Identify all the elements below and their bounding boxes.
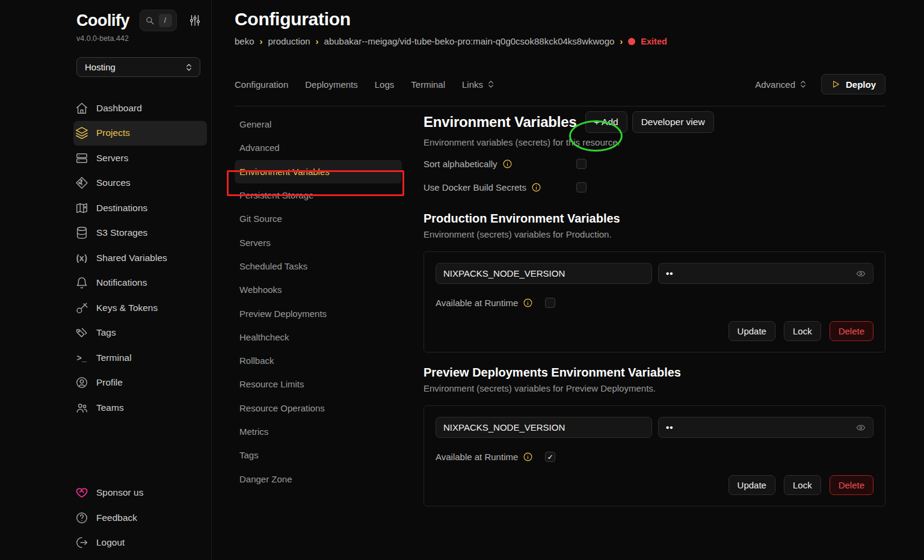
settings-sliders-button[interactable] <box>188 14 202 27</box>
sidebar-item-dashboard[interactable]: Dashboard <box>73 96 207 121</box>
sidebar-item-logout[interactable]: Logout <box>73 531 207 556</box>
masked-value: •• <box>666 268 674 278</box>
search-button[interactable]: / <box>140 10 177 31</box>
terminal-icon: >_ <box>75 353 88 363</box>
tags-icon <box>75 326 88 339</box>
sidebar-item-destinations[interactable]: Destinations <box>73 195 207 221</box>
sidebar: Coolify / v4.0.0-beta.442 Hosting Dashbo… <box>0 0 212 560</box>
available-at-runtime-row: Available at Runtime ✓ <box>436 452 873 462</box>
sidebar-item-feedback[interactable]: Feedback <box>73 505 207 531</box>
chevron-right-icon: › <box>260 36 263 46</box>
resource-tabs: Configuration Deployments Logs Terminal … <box>235 74 886 94</box>
delete-button[interactable]: Delete <box>830 475 873 495</box>
tab-terminal[interactable]: Terminal <box>411 79 445 90</box>
play-icon <box>831 79 840 89</box>
tab-logs[interactable]: Logs <box>375 79 395 90</box>
sidebar-item-s3-storages[interactable]: S3 Storages <box>73 221 207 246</box>
developer-view-button[interactable]: Developer view <box>632 111 714 133</box>
add-variable-button[interactable]: + Add <box>585 111 627 133</box>
subnav-rollback[interactable]: Rollback <box>235 349 402 372</box>
lock-button[interactable]: Lock <box>784 475 821 495</box>
preview-section-title: Preview Deployments Environment Variable… <box>424 366 886 380</box>
main-content: Configuration beko › production › abubak… <box>212 0 924 560</box>
info-icon[interactable] <box>523 298 533 308</box>
breadcrumb: beko › production › abubakar--meigag/vid… <box>235 36 886 46</box>
info-icon[interactable] <box>502 159 513 169</box>
sidebar-nav: Dashboard Projects Servers Sources Desti… <box>76 96 202 420</box>
docker-build-secrets-checkbox[interactable] <box>576 182 587 192</box>
chevrons-up-down-icon <box>486 79 496 89</box>
help-circle-icon <box>75 511 88 525</box>
subnav-general[interactable]: General <box>235 112 402 136</box>
available-at-runtime-checkbox[interactable]: ✓ <box>545 452 555 462</box>
sort-alphabetically-row: Sort alphabetically <box>424 156 886 171</box>
breadcrumb-environment[interactable]: production <box>268 36 310 46</box>
subnav-tags[interactable]: Tags <box>235 443 402 467</box>
masked-value: •• <box>666 422 674 432</box>
users-icon <box>75 401 88 414</box>
environment-variables-panel: Environment Variables + Add Developer vi… <box>424 106 886 506</box>
subnav-healthcheck[interactable]: Healthcheck <box>235 325 402 349</box>
eye-icon <box>856 269 866 278</box>
subnav-metrics[interactable]: Metrics <box>235 420 402 443</box>
search-icon <box>145 16 155 25</box>
sidebar-item-terminal[interactable]: >_ Terminal <box>73 345 207 371</box>
reveal-value-button[interactable] <box>856 269 866 278</box>
sidebar-item-projects[interactable]: Projects <box>73 121 207 146</box>
sidebar-footer: Sponsor us Feedback Logout <box>76 481 202 556</box>
sidebar-item-tags[interactable]: Tags <box>73 321 207 346</box>
subnav-webhooks[interactable]: Webhooks <box>235 278 402 301</box>
info-icon[interactable] <box>523 452 533 462</box>
info-icon[interactable] <box>531 182 541 192</box>
sidebar-item-teams[interactable]: Teams <box>73 395 207 420</box>
sort-alphabetically-checkbox[interactable] <box>576 159 587 169</box>
subnav-resource-operations[interactable]: Resource Operations <box>235 396 402 420</box>
section-title: Environment Variables <box>424 114 577 131</box>
database-icon <box>75 226 88 239</box>
subnav-persistent-storage[interactable]: Persistent Storage <box>235 183 402 207</box>
subnav-environment-variables[interactable]: Environment Variables <box>235 160 402 183</box>
status-badge: Exited <box>641 37 667 46</box>
update-button[interactable]: Update <box>728 321 775 341</box>
lock-button[interactable]: Lock <box>784 321 821 341</box>
subnav-servers[interactable]: Servers <box>235 230 402 254</box>
available-at-runtime-checkbox[interactable] <box>545 298 555 308</box>
subnav-advanced[interactable]: Advanced <box>235 136 402 159</box>
team-selector[interactable]: Hosting <box>76 57 200 77</box>
reveal-value-button[interactable] <box>856 423 866 432</box>
subnav-scheduled-tasks[interactable]: Scheduled Tasks <box>235 254 402 278</box>
search-shortcut-key: / <box>159 14 172 27</box>
subnav-preview-deployments[interactable]: Preview Deployments <box>235 301 402 325</box>
map-icon <box>75 202 88 215</box>
delete-button[interactable]: Delete <box>830 321 873 341</box>
server-icon <box>75 152 88 165</box>
production-section-subtitle: Environment (secrets) variables for Prod… <box>424 229 886 239</box>
sidebar-item-keys-tokens[interactable]: Keys & Tokens <box>73 295 207 321</box>
breadcrumb-team[interactable]: beko <box>235 36 254 46</box>
variable-key-input[interactable] <box>436 417 652 438</box>
breadcrumb-resource[interactable]: abubakar--meigag/vid-tube-beko-pro:main-… <box>324 36 615 46</box>
sidebar-item-profile[interactable]: Profile <box>73 371 207 396</box>
sidebar-item-sources[interactable]: Sources <box>73 171 207 196</box>
subnav-git-source[interactable]: Git Source <box>235 207 402 230</box>
heart-hands-icon <box>75 486 88 499</box>
tab-deployments[interactable]: Deployments <box>305 79 358 90</box>
sidebar-item-sponsor-us[interactable]: Sponsor us <box>73 481 207 506</box>
tab-links[interactable]: Links <box>462 79 496 90</box>
sidebar-item-shared-variables[interactable]: (x) Shared Variables <box>73 245 207 271</box>
subnav-resource-limits[interactable]: Resource Limits <box>235 372 402 396</box>
deploy-button[interactable]: Deploy <box>821 74 886 94</box>
variable-value-input[interactable]: •• <box>658 417 873 438</box>
chevrons-up-down-icon <box>184 63 194 72</box>
variable-value-input[interactable]: •• <box>658 263 873 284</box>
preview-section-subtitle: Environment (secrets) variables for Prev… <box>424 383 886 393</box>
layers-icon <box>75 126 88 140</box>
update-button[interactable]: Update <box>728 475 775 495</box>
tab-configuration[interactable]: Configuration <box>235 79 288 90</box>
sidebar-item-notifications[interactable]: Notifications <box>73 271 207 296</box>
advanced-dropdown[interactable]: Advanced <box>755 79 808 90</box>
subnav-danger-zone[interactable]: Danger Zone <box>235 467 402 490</box>
variable-x-icon: (x) <box>75 253 88 263</box>
sidebar-item-servers[interactable]: Servers <box>73 146 207 171</box>
variable-key-input[interactable] <box>436 263 652 284</box>
